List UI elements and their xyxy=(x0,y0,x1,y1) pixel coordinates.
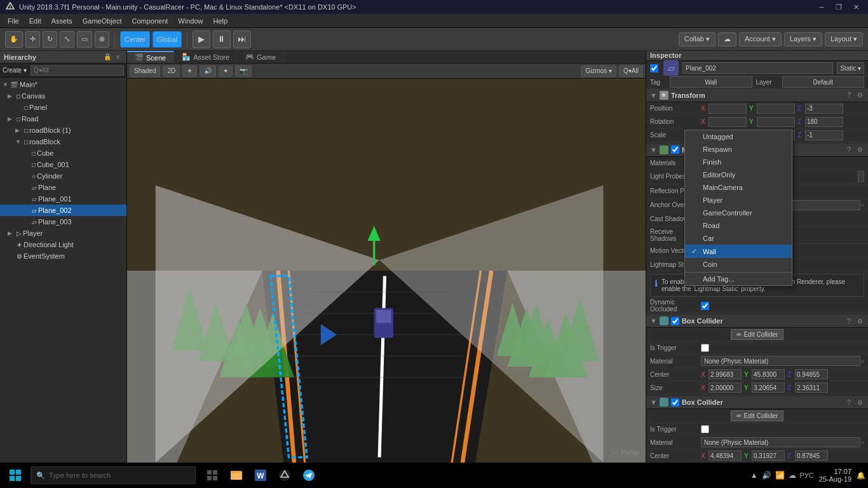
transform-component-header[interactable]: ▼ ⊕ Transform ? ⚙ xyxy=(646,89,868,102)
bc1-gear-icon[interactable]: ⚙ xyxy=(855,316,864,325)
tree-canvas[interactable]: ▶ □ Canvas xyxy=(0,90,126,102)
camera-toggle[interactable]: 📷 xyxy=(235,65,252,77)
rot-y-input[interactable] xyxy=(757,117,795,127)
mr-active-checkbox[interactable] xyxy=(671,146,679,154)
tree-cube001[interactable]: □ Cube_001 xyxy=(0,159,126,170)
tab-assetstore[interactable]: 🏪 Asset Store xyxy=(174,51,238,63)
tab-game[interactable]: 🎮 Game xyxy=(238,51,284,63)
tree-plane003[interactable]: ▱ Plane_003 xyxy=(0,216,126,227)
bc1-cx-input[interactable]: 2.99683 xyxy=(709,369,742,379)
layers-btn[interactable]: Layers ▾ xyxy=(784,32,822,46)
layer-dropdown-btn[interactable]: Default xyxy=(782,76,865,88)
scale-tool[interactable]: ⤡ xyxy=(60,31,74,48)
close-btn[interactable]: ✕ xyxy=(850,3,863,11)
tag-option-addtag[interactable]: Add Tag... xyxy=(685,272,792,285)
transform-gear-icon[interactable]: ⚙ xyxy=(855,91,864,100)
menu-assets[interactable]: Assets xyxy=(46,16,78,26)
bc2-active-checkbox[interactable] xyxy=(671,398,679,407)
box-collider2-header[interactable]: ▼ Box Collider ? ⚙ xyxy=(646,396,868,409)
light-toggle[interactable]: ☀ xyxy=(182,65,197,77)
tag-option-maincamera[interactable]: MainCamera xyxy=(685,181,792,194)
rotate-tool[interactable]: ↻ xyxy=(43,31,57,48)
start-btn[interactable] xyxy=(3,464,28,487)
hand-tool[interactable]: ✋ xyxy=(5,31,23,48)
bc1-help-icon[interactable]: ? xyxy=(844,316,853,325)
bc1-cz-input[interactable]: 0.94855 xyxy=(795,369,828,379)
tree-eventsystem[interactable]: ⚙ EventSystem xyxy=(0,250,126,262)
maximize-btn[interactable]: ❐ xyxy=(832,3,846,11)
bc2-gear-icon[interactable]: ⚙ xyxy=(855,398,864,407)
rect-tool[interactable]: ▭ xyxy=(77,31,92,48)
center-btn[interactable]: Center xyxy=(120,31,150,48)
box-collider1-header[interactable]: ▼ Box Collider ? ⚙ xyxy=(646,315,868,328)
hierarchy-search-input[interactable] xyxy=(31,65,124,76)
pos-x-input[interactable] xyxy=(709,104,747,114)
mr-gear-icon[interactable]: ⚙ xyxy=(855,146,864,154)
tag-option-editoronly[interactable]: EditorOnly xyxy=(685,168,792,181)
pause-btn[interactable]: ⏸ xyxy=(213,30,231,48)
tree-roadblock1[interactable]: ▶ □ roadBlock (1) xyxy=(0,125,126,136)
tree-cube[interactable]: □ Cube xyxy=(0,147,126,159)
move-tool[interactable]: ✛ xyxy=(25,31,40,48)
hierarchy-create-btn[interactable]: Create ▾ xyxy=(3,67,31,74)
minimize-btn[interactable]: ─ xyxy=(815,3,828,11)
bc1-sx-input[interactable]: 2.00000 xyxy=(709,383,742,393)
notification-icon[interactable]: 🔔 xyxy=(857,471,865,480)
account-btn[interactable]: Account ▾ xyxy=(739,32,782,46)
tree-player[interactable]: ▶ ▷ Player xyxy=(0,227,126,239)
tree-roadblock[interactable]: ▼ □ roadBlock xyxy=(0,136,126,147)
bc2-material-input[interactable]: None (Physic Material) xyxy=(701,437,860,447)
bc2-cx-input[interactable]: 4.48394 xyxy=(709,451,742,461)
tree-plane002[interactable]: ▱ Plane_002 xyxy=(0,205,126,216)
rot-z-input[interactable] xyxy=(805,117,843,127)
rot-x-input[interactable] xyxy=(709,117,747,127)
menu-help[interactable]: Help xyxy=(208,16,233,26)
menu-edit[interactable]: Edit xyxy=(24,16,46,26)
tag-option-car[interactable]: Car xyxy=(685,232,792,245)
bc2-edit-btn[interactable]: ✏ Edit Collider xyxy=(731,410,784,421)
pos-y-input[interactable] xyxy=(757,104,795,114)
shaded-btn[interactable]: Shaded xyxy=(130,65,160,77)
tag-option-finish[interactable]: Finish xyxy=(685,156,792,168)
tree-plane001[interactable]: ▱ Plane_001 xyxy=(0,193,126,205)
gizmos-btn[interactable]: Gizmos ▾ xyxy=(581,65,616,77)
bc1-trigger-checkbox[interactable] xyxy=(701,344,709,352)
obj-name-input[interactable]: Plane_002 xyxy=(682,62,833,74)
static-dropdown[interactable]: Static ▾ xyxy=(837,62,864,74)
bc2-cz-input[interactable]: 0.87845 xyxy=(795,451,828,461)
menu-window[interactable]: Window xyxy=(173,16,208,26)
play-btn[interactable]: ▶ xyxy=(193,30,210,48)
tag-option-respawn[interactable]: Respawn xyxy=(685,143,792,156)
bc1-sy-input[interactable]: 3.20654 xyxy=(752,383,785,393)
dynamic-occluded-checkbox[interactable] xyxy=(701,302,709,310)
bc2-help-icon[interactable]: ? xyxy=(844,398,853,407)
audio-toggle[interactable]: 🔊 xyxy=(200,65,216,77)
tree-plane[interactable]: ▱ Plane xyxy=(0,182,126,193)
lightprobes-dropdown[interactable] xyxy=(858,171,864,182)
bc1-edit-btn[interactable]: ✏ Edit Collider xyxy=(731,329,784,340)
menu-file[interactable]: File xyxy=(3,16,24,26)
fx-toggle[interactable]: ✦ xyxy=(219,65,233,77)
hierarchy-lock-icon[interactable]: 🔒 xyxy=(103,53,112,62)
bc1-sz-input[interactable]: 2.36311 xyxy=(795,383,828,393)
taskbar-taskview[interactable] xyxy=(201,464,224,487)
taskbar-word[interactable]: W xyxy=(249,464,272,487)
bc1-material-input[interactable]: None (Physic Material) xyxy=(701,356,860,366)
tree-cylinder[interactable]: ○ Cylinder xyxy=(0,170,126,182)
menu-gameobject[interactable]: GameObject xyxy=(78,16,127,26)
transform-help-icon[interactable]: ? xyxy=(844,91,853,100)
transform-tool[interactable]: ⊕ xyxy=(95,31,109,48)
tree-road[interactable]: ▶ □ Road xyxy=(0,113,126,125)
bc1-active-checkbox[interactable] xyxy=(671,317,679,325)
scene-viewport[interactable]: X Y Z ← Persp xyxy=(127,79,646,463)
tag-option-player[interactable]: Player xyxy=(685,194,792,207)
tag-option-untagged[interactable]: Untagged xyxy=(685,130,792,143)
qall-btn[interactable]: Q▾All xyxy=(619,65,643,77)
global-btn[interactable]: Global xyxy=(153,31,182,48)
tag-option-road[interactable]: Road xyxy=(685,219,792,232)
pos-z-input[interactable] xyxy=(805,104,843,114)
cloud-btn[interactable]: ☁ xyxy=(718,32,736,46)
bc1-cy-input[interactable]: 45.8300 xyxy=(752,369,785,379)
menu-component[interactable]: Component xyxy=(126,16,173,26)
tree-dirlight[interactable]: ☀ Directional Light xyxy=(0,239,126,250)
